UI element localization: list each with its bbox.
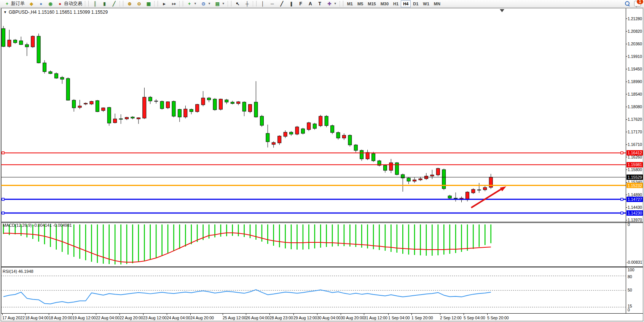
candle <box>413 180 416 181</box>
candle <box>119 119 123 119</box>
candle <box>178 109 181 117</box>
trendline-button[interactable]: ╱ <box>277 0 287 8</box>
timeframe-button-m30[interactable]: M30 <box>378 0 391 7</box>
tile-windows-button[interactable]: ▦ <box>144 0 153 8</box>
templates-icon: ▤ <box>215 1 220 6</box>
timeframe-button-m15[interactable]: M15 <box>365 0 378 7</box>
svg-text:1.19910: 1.19910 <box>628 54 642 59</box>
candle <box>201 98 205 105</box>
timeframe-button-h4[interactable]: H4 <box>401 0 411 7</box>
new-order-icon: + <box>4 1 10 6</box>
chat-notification-icon[interactable]: 1 <box>634 1 641 6</box>
candle <box>125 117 129 119</box>
toolbar: +新订单◆●◉●自动交易║▮╱⊕⊖▦▸↦+▼⊙▼▤▼↖┼│─╱∥FAT✚▼M1M… <box>0 0 644 8</box>
templates-button[interactable]: ▤▼ <box>213 0 227 8</box>
fibonacci-button[interactable]: F <box>296 0 306 8</box>
candlestick-chart-button[interactable]: ▮ <box>100 0 109 8</box>
candle <box>472 189 475 193</box>
timeframe-button-m1[interactable]: M1 <box>345 0 355 7</box>
price-axis[interactable]: 1.212801.208201.203601.199101.194501.189… <box>626 16 642 223</box>
auto-trading-button-label: 自动交易 <box>64 0 82 7</box>
candle <box>266 133 269 142</box>
chart-title: ▼ GBPUSD-,H4 1.15160 1.15651 1.15099 1.1… <box>3 10 108 15</box>
candle <box>401 175 405 178</box>
favorites-button[interactable]: ◆ <box>27 0 36 8</box>
chart-shift-button[interactable]: ↦ <box>169 0 179 8</box>
svg-text:1.16710: 1.16710 <box>628 142 642 147</box>
auto-trading-icon: ● <box>57 1 63 6</box>
candle <box>301 129 304 133</box>
hline-1.16412-handle[interactable] <box>2 152 4 154</box>
label-button[interactable]: T <box>315 0 325 8</box>
arrows-button[interactable]: ✚▼ <box>325 0 339 8</box>
candle <box>336 133 340 138</box>
candle <box>319 116 322 126</box>
hline-1.14230-handle[interactable] <box>2 212 4 214</box>
time-axis[interactable]: 17 Aug 202218 Aug 04:0018 Aug 20:0019 Au… <box>2 313 509 320</box>
timeframe-button-w1[interactable]: W1 <box>421 0 432 7</box>
candle <box>483 187 487 190</box>
signals-button[interactable]: ◉ <box>46 0 55 8</box>
candle <box>31 36 35 47</box>
cursor-button[interactable]: ↖ <box>233 0 242 8</box>
auto-trading-button[interactable]: ●自动交易 <box>55 0 84 8</box>
candle <box>389 163 393 170</box>
candle <box>107 107 111 123</box>
new-order-button[interactable]: +新订单 <box>2 0 27 8</box>
text-button[interactable]: A <box>306 0 315 8</box>
timeframe-button-h1[interactable]: H1 <box>391 0 401 7</box>
search-icon[interactable] <box>625 1 630 6</box>
hline-1.16412-handle[interactable] <box>621 152 623 154</box>
bar-chart-icon: ║ <box>92 1 98 6</box>
svg-text:1.14727: 1.14727 <box>628 197 642 202</box>
timeframe-button-m5[interactable]: M5 <box>355 0 365 7</box>
hline-1.14727-handle[interactable] <box>621 198 623 200</box>
auto-scroll-icon: ▸ <box>161 1 167 6</box>
hline-objects: 1.164121.159811.155291.152321.147271.142… <box>1 150 643 216</box>
timeframe-button-mn[interactable]: MN <box>432 0 443 7</box>
favorites-icon: ◆ <box>29 1 34 6</box>
candle <box>43 63 46 72</box>
chart-menu-arrow[interactable]: ▼ <box>3 10 7 14</box>
hline-icon: ─ <box>269 1 275 6</box>
candle <box>249 104 252 112</box>
hline-1.14727-handle[interactable] <box>2 198 4 200</box>
candle <box>278 136 281 143</box>
candle <box>54 74 58 78</box>
zoom-in-button[interactable]: ⊕ <box>125 0 134 8</box>
crosshair-icon: ┼ <box>244 1 250 6</box>
signals-icon: ◉ <box>48 1 53 6</box>
chevron-down-icon: ▼ <box>208 2 211 5</box>
periods-button[interactable]: ⊙▼ <box>199 0 213 8</box>
zoom-in-icon: ⊕ <box>127 1 132 6</box>
auto-scroll-button[interactable]: ▸ <box>159 0 169 8</box>
chart-window[interactable]: 1.212801.208201.203601.199101.194501.189… <box>1 8 643 321</box>
horizontal-line-button[interactable]: ─ <box>268 0 277 8</box>
svg-text:30 Aug 20:00: 30 Aug 20:00 <box>341 316 364 320</box>
svg-text:18 Aug 20:00: 18 Aug 20:00 <box>49 316 72 320</box>
crosshair-button[interactable]: ┼ <box>242 0 252 8</box>
zoom-out-button[interactable]: ⊖ <box>134 0 144 8</box>
vertical-line-button[interactable]: │ <box>258 0 268 8</box>
macd-indicator-label: MACD(12,26,9) -0.004141 -0.004981 <box>3 223 72 227</box>
timeframe-button-d1[interactable]: D1 <box>411 0 421 7</box>
chart-shift-marker[interactable] <box>500 9 504 12</box>
chart-canvas[interactable]: 1.212801.208201.203601.199101.194501.189… <box>1 8 643 321</box>
candle <box>102 108 105 111</box>
bar-chart-button[interactable]: ║ <box>90 0 100 8</box>
channel-button[interactable]: ∥ <box>287 0 296 8</box>
candle <box>72 100 76 108</box>
svg-text:1.14430: 1.14430 <box>628 205 642 210</box>
candle <box>13 40 17 43</box>
indicators-button[interactable]: +▼ <box>185 0 199 8</box>
macd-min-label: -0.008317 <box>626 260 643 264</box>
profiles-button[interactable]: ● <box>36 0 46 8</box>
svg-text:1.17170: 1.17170 <box>628 130 642 134</box>
candle <box>383 165 387 170</box>
candle <box>360 151 363 159</box>
chart-shift-icon: ↦ <box>171 1 177 6</box>
candle <box>148 97 152 101</box>
line-chart-button[interactable]: ╱ <box>109 0 119 8</box>
hline-1.14230-handle[interactable] <box>621 212 623 214</box>
trend-arrow-object[interactable] <box>471 186 506 208</box>
